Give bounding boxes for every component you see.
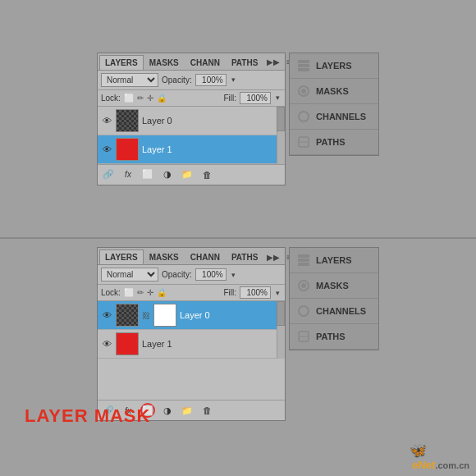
top-trash-btn[interactable]: 🗑 (199, 167, 214, 182)
tab-paths-bottom[interactable]: PATHS (226, 249, 263, 264)
bottom-layers-panel: LAYERS MASKS CHANN PATHS ▶▶ ≡ Normal Opa… (97, 247, 286, 421)
bottom-layers-list: 👁 ⛓ Layer 0 👁 Layer 1 (98, 301, 285, 359)
bottom-fill-arrow[interactable]: ▾ (274, 289, 281, 297)
svg-point-4 (301, 89, 306, 94)
top-eye-1[interactable]: 👁 (101, 144, 112, 155)
svg-rect-0 (298, 60, 309, 63)
top-right-masks-icon (296, 84, 311, 98)
top-layers-list: 👁 Layer 0 👁 Layer 1 (98, 107, 285, 164)
top-adj-btn[interactable]: ◑ (160, 167, 175, 182)
top-lock-icon2[interactable]: ✏ (137, 94, 144, 103)
bottom-thumb-0 (116, 304, 139, 327)
tab-chann-bottom[interactable]: CHANN (185, 249, 226, 264)
tab-chann-top[interactable]: CHANN (185, 55, 226, 70)
top-scroll-thumb[interactable] (277, 107, 285, 131)
bottom-right-channels-label: CHANNELS (316, 306, 366, 316)
bottom-trash-btn[interactable]: 🗑 (199, 403, 214, 418)
top-layer-row-0[interactable]: 👁 Layer 0 (98, 107, 285, 135)
top-opacity-value: 100% (195, 74, 227, 86)
bottom-right-masks[interactable]: MASKS (290, 273, 378, 299)
bottom-chain-0: ⛓ (142, 311, 150, 320)
bottom-layer-name-0: Layer 0 (180, 310, 210, 320)
bottom-fill-label: Fill: (223, 288, 236, 297)
tab-masks-bottom[interactable]: MASKS (144, 249, 185, 264)
top-layer-name-1: Layer 1 (142, 144, 172, 154)
svg-rect-1 (298, 64, 309, 67)
top-right-paths[interactable]: PATHS (290, 130, 378, 155)
watermark-domain: .com.cn (435, 460, 469, 470)
bottom-scroll-thumb[interactable] (277, 301, 285, 326)
top-right-channels-icon (296, 109, 311, 124)
bottom-layer-row-1[interactable]: 👁 Layer 1 (98, 330, 285, 359)
tab-paths-top[interactable]: PATHS (226, 55, 263, 70)
bottom-right-masks-icon (296, 278, 311, 293)
bottom-right-paths[interactable]: PATHS (290, 324, 378, 350)
top-opacity-arrow[interactable]: ▾ (230, 76, 237, 84)
top-controls-row: Normal Opacity: 100% ▾ (98, 71, 285, 90)
bottom-lock-icon1[interactable]: ⬜ (124, 288, 134, 297)
top-opacity-label: Opacity: (162, 76, 192, 85)
top-right-channels-label: CHANNELS (316, 112, 366, 121)
bottom-panel-wrapper: LAYERS MASKS CHANN PATHS ▶▶ ≡ Normal Opa… (97, 247, 379, 421)
top-right-layers[interactable]: LAYERS (290, 53, 378, 79)
layer-mask-label: LAYER MASK (25, 405, 150, 427)
top-eye-0[interactable]: 👁 (101, 115, 112, 126)
bottom-lock-icon4[interactable]: 🔒 (157, 288, 167, 297)
tab-masks-top[interactable]: MASKS (144, 55, 185, 70)
bottom-fill-value: 100% (240, 286, 271, 299)
bottom-right-paths-label: PATHS (316, 332, 346, 341)
tab-more-bottom[interactable]: ▶▶ (263, 251, 283, 263)
top-tab-bar: LAYERS MASKS CHANN PATHS ▶▶ ≡ (98, 53, 285, 71)
top-link-btn[interactable]: 🔗 (101, 167, 116, 182)
top-blend-select[interactable]: Normal (101, 73, 158, 87)
bottom-right-panel: LAYERS MASKS (289, 247, 379, 350)
bottom-layer-row-0[interactable]: 👁 ⛓ Layer 0 (98, 301, 285, 330)
bottom-blend-select[interactable]: Normal (101, 268, 158, 281)
top-right-paths-label: PATHS (316, 137, 346, 147)
bottom-right-layers[interactable]: LAYERS (290, 248, 378, 273)
top-fx-btn[interactable]: fx (121, 167, 135, 182)
bottom-thumb-mask-0 (153, 304, 176, 327)
bottom-right-channels[interactable]: CHANNELS (290, 299, 378, 324)
top-right-panel: LAYERS MASKS (289, 53, 379, 156)
bottom-adj-btn[interactable]: ◑ (160, 403, 175, 418)
top-layer-row-1[interactable]: 👁 Layer 1 (98, 135, 285, 164)
top-lock-icon4[interactable]: 🔒 (157, 94, 167, 103)
top-right-masks[interactable]: MASKS (290, 79, 378, 104)
bottom-right-channels-icon (296, 304, 311, 318)
top-right-channels[interactable]: CHANNELS (290, 104, 378, 130)
top-thumb-0 (116, 109, 139, 132)
main-container: LAYERS MASKS CHANN PATHS ▶▶ ≡ Normal Opa… (0, 0, 476, 476)
top-lock-icon1[interactable]: ⬜ (124, 94, 134, 103)
bottom-lock-icon2[interactable]: ✏ (137, 288, 144, 297)
top-fill-arrow[interactable]: ▾ (274, 94, 281, 102)
bottom-spacer (98, 359, 285, 400)
bottom-right-layers-label: LAYERS (316, 255, 352, 265)
bottom-section: LAYER MASK LAYERS MASKS CHANN PATHS ▶▶ ≡… (0, 239, 476, 476)
svg-rect-2 (298, 68, 309, 71)
top-fill-label: Fill: (223, 94, 236, 103)
bottom-eye-1[interactable]: 👁 (101, 338, 112, 350)
top-mask-btn[interactable]: ⬜ (140, 167, 155, 182)
top-layers-list-wrap: 👁 Layer 0 👁 Layer 1 (98, 107, 285, 164)
tab-layers-top[interactable]: LAYERS (99, 55, 144, 70)
top-lock-row: Lock: ⬜ ✏ ✛ 🔒 Fill: 100% ▾ (98, 90, 285, 107)
top-right-masks-label: MASKS (316, 86, 349, 96)
top-right-layers-icon (296, 58, 311, 73)
top-right-paths-icon (296, 135, 311, 149)
tab-layers-bottom[interactable]: LAYERS (99, 249, 144, 264)
bottom-opacity-arrow[interactable]: ▾ (230, 271, 237, 279)
top-lock-icon3[interactable]: ✛ (147, 94, 153, 103)
tab-more-top[interactable]: ▶▶ (263, 56, 283, 68)
bottom-folder-btn[interactable]: 📁 (180, 403, 195, 418)
bottom-scrollbar[interactable] (277, 301, 285, 359)
top-scrollbar[interactable] (277, 107, 285, 164)
top-folder-btn[interactable]: 📁 (180, 167, 195, 182)
bottom-eye-0[interactable]: 👁 (101, 309, 112, 321)
top-right-layers-label: LAYERS (316, 61, 352, 71)
svg-point-13 (299, 306, 309, 316)
top-layer-name-0: Layer 0 (142, 116, 172, 126)
bottom-opacity-value: 100% (195, 268, 227, 281)
top-fill-value: 100% (240, 92, 271, 104)
bottom-lock-icon3[interactable]: ✛ (147, 288, 153, 297)
